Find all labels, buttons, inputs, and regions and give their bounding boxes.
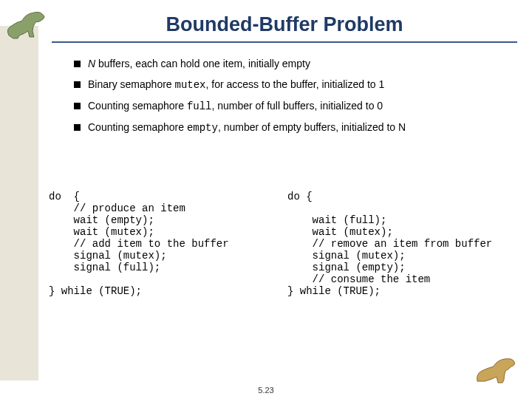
bullet-marker-icon [74,124,81,131]
page-number: 5.23 [0,386,532,395]
bullet-text: Binary semaphore [88,78,175,90]
bullet-marker-icon [74,103,81,109]
bullet-2: Binary semaphore mutex, for access to th… [74,78,514,91]
bullet-code: mutex [175,79,206,91]
bullet-list: N buffers, each can hold one item, initi… [74,58,514,143]
bullet-text: , number of full buffers, initialized to… [211,100,383,112]
consumer-code: do { wait (full); wait (mutex); // remov… [283,191,517,377]
bullet-4: Counting semaphore empty, number of empt… [74,121,514,134]
bullet-3: Counting semaphore full, number of full … [74,100,514,112]
bullet-marker-icon [74,81,81,88]
bullet-marker-icon [74,61,81,67]
bullet-text: Counting semaphore [88,100,187,112]
title-rule [52,41,517,43]
bullet-text: Counting semaphore [88,121,187,133]
left-sidebar [0,26,38,381]
bullet-text: , number of empty buffers, initialized t… [218,121,406,133]
code-columns: do { // produce an item wait (empty); wa… [49,191,517,377]
bullet-text: , for access to the buffer, initialized … [206,78,385,90]
bullet-code: full [187,100,212,112]
bullet-code: empty [187,122,218,134]
producer-code: do { // produce an item wait (empty); wa… [49,191,283,377]
bullet-1: N buffers, each can hold one item, initi… [74,58,514,69]
slide: Bounded-Buffer Problem N buffers, each c… [0,0,532,399]
dinosaur-top-icon [3,4,52,40]
bullet-text: buffers, each can hold one item, initial… [95,58,310,69]
dinosaur-bottom-icon [474,352,520,384]
slide-title: Bounded-Buffer Problem [52,13,517,36]
bullet-text: N [88,58,95,69]
